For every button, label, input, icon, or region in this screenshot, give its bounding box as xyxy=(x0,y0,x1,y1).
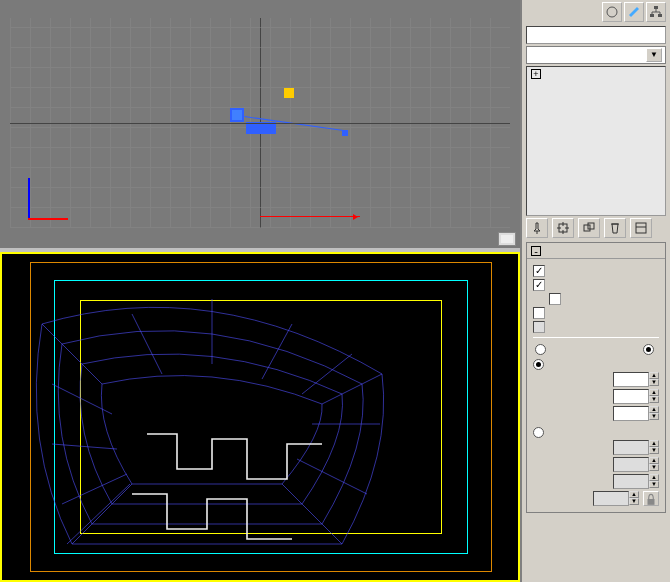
viewport-grid xyxy=(10,18,510,228)
rectangular-radio[interactable] xyxy=(533,427,544,438)
modifier-list-dropdown[interactable]: ▼ xyxy=(526,46,666,64)
svg-rect-15 xyxy=(654,6,658,9)
collapse-icon[interactable]: - xyxy=(531,246,541,256)
perspective-viewport[interactable] xyxy=(0,252,520,582)
pin-stack-icon[interactable] xyxy=(526,218,548,238)
stack-toolbar xyxy=(526,218,666,238)
aspect-up-icon: ▲ xyxy=(629,491,639,498)
object-name-field xyxy=(526,26,666,44)
svg-line-3 xyxy=(72,484,132,544)
svg-rect-17 xyxy=(658,14,662,17)
modify-tab-icon[interactable] xyxy=(624,2,644,22)
angle-down-icon[interactable]: ▼ xyxy=(649,413,659,420)
aspect-input xyxy=(593,491,629,506)
angle-up-icon[interactable]: ▲ xyxy=(649,406,659,413)
stack-item-editable-spline[interactable]: + xyxy=(527,67,665,81)
svg-line-0 xyxy=(42,324,102,384)
svg-point-14 xyxy=(607,7,617,17)
make-unique-icon[interactable] xyxy=(578,218,600,238)
angle2-up-icon: ▲ xyxy=(649,474,659,481)
aspect-down-icon: ▼ xyxy=(629,498,639,505)
spline-endpoint xyxy=(342,130,348,136)
spline-node-icon xyxy=(230,108,244,122)
svg-rect-16 xyxy=(650,14,654,17)
svg-line-8 xyxy=(132,314,162,374)
svg-line-4 xyxy=(52,384,112,414)
svg-rect-23 xyxy=(648,499,655,505)
expand-icon[interactable]: + xyxy=(531,69,541,79)
angle-input[interactable] xyxy=(613,406,649,421)
rendering-rollout: - ✓ ✓ ▲▼ ▲▼ ▲▼ ▲▼ ▲▼ ▲▼ ▲▼ xyxy=(526,242,666,513)
use-viewport-settings-checkbox[interactable] xyxy=(549,293,561,305)
world-axis-x xyxy=(260,216,360,217)
svg-line-11 xyxy=(302,354,352,394)
gen-mapping-checkbox[interactable] xyxy=(533,307,545,319)
spline-shape xyxy=(246,122,276,134)
dropdown-arrow-icon: ▼ xyxy=(646,48,662,62)
svg-line-5 xyxy=(52,444,117,449)
thickness-down-icon[interactable]: ▼ xyxy=(649,379,659,386)
width-down-icon: ▼ xyxy=(649,464,659,471)
hierarchy-tab-icon[interactable] xyxy=(646,2,666,22)
width-input xyxy=(613,457,649,472)
angle2-down-icon: ▼ xyxy=(649,481,659,488)
command-panel: ▼ + - ✓ ✓ ▲▼ xyxy=(520,0,670,582)
remove-modifier-icon[interactable] xyxy=(604,218,626,238)
width-up-icon: ▲ xyxy=(649,457,659,464)
rollout-body: ✓ ✓ ▲▼ ▲▼ ▲▼ ▲▼ ▲▼ ▲▼ ▲▼ xyxy=(527,259,665,512)
viewport-resize-handle[interactable] xyxy=(498,232,516,246)
enable-renderer-checkbox[interactable]: ✓ xyxy=(533,265,545,277)
real-world-checkbox xyxy=(533,321,545,333)
svg-line-13 xyxy=(297,459,367,494)
light-marker-icon xyxy=(284,88,294,98)
thickness-up-icon[interactable]: ▲ xyxy=(649,372,659,379)
length-up-icon: ▲ xyxy=(649,440,659,447)
length-input xyxy=(613,440,649,455)
aspect-lock-icon xyxy=(643,491,659,506)
angle2-input xyxy=(613,474,649,489)
create-tab-icon[interactable] xyxy=(602,2,622,22)
gizmo-z xyxy=(28,178,30,218)
wireframe-mesh xyxy=(12,294,412,574)
renderer-radio[interactable] xyxy=(643,344,654,355)
spline-object[interactable] xyxy=(220,98,340,158)
svg-line-2 xyxy=(282,484,342,544)
svg-line-7 xyxy=(67,484,130,544)
show-end-result-icon[interactable] xyxy=(552,218,574,238)
command-panel-tabs xyxy=(522,0,670,24)
length-down-icon: ▼ xyxy=(649,447,659,454)
rollout-header[interactable]: - xyxy=(527,243,665,259)
radial-radio[interactable] xyxy=(533,359,544,370)
svg-line-6 xyxy=(62,474,127,504)
sides-input[interactable] xyxy=(613,389,649,404)
viewport-radio[interactable] xyxy=(535,344,546,355)
sides-up-icon[interactable]: ▲ xyxy=(649,389,659,396)
main-area xyxy=(0,0,520,582)
thickness-input[interactable] xyxy=(613,372,649,387)
enable-viewport-checkbox[interactable]: ✓ xyxy=(533,279,545,291)
configure-sets-icon[interactable] xyxy=(630,218,652,238)
svg-rect-21 xyxy=(636,223,646,233)
object-name-input[interactable] xyxy=(526,26,666,44)
svg-rect-19 xyxy=(584,225,590,231)
top-viewport[interactable] xyxy=(0,0,520,248)
svg-rect-20 xyxy=(588,223,594,229)
sides-down-icon[interactable]: ▼ xyxy=(649,396,659,403)
gizmo-x xyxy=(28,218,68,220)
modifier-stack[interactable]: + xyxy=(526,66,666,216)
